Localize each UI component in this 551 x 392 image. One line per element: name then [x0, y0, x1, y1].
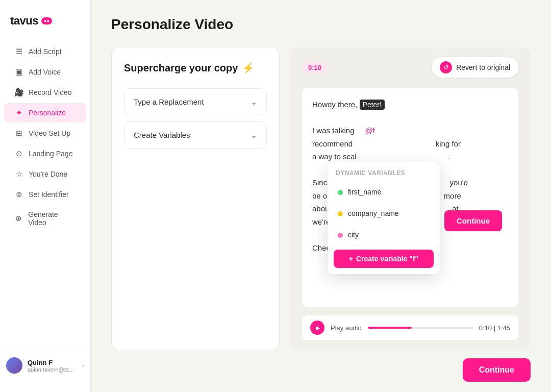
sidebar-item-set-identifier[interactable]: ⊚ Set Identifier — [4, 185, 86, 204]
sidebar-item-label: Add Script — [29, 47, 62, 56]
dropdown-item-city[interactable]: city — [334, 225, 434, 246]
sidebar-item-label: Landing Page — [29, 150, 72, 158]
audio-progress-fill — [368, 327, 412, 329]
script-line-4: a way to scal . — [312, 150, 508, 163]
sidebar-item-label: Video Set Up — [29, 129, 70, 137]
landing-icon: ⊙ — [14, 149, 23, 158]
user-email: quinn.tavern@tavus.io — [28, 366, 77, 373]
revert-button[interactable]: ↺ Revert to original — [432, 57, 518, 78]
bottom-continue-button[interactable]: Continue — [463, 358, 531, 382]
time-badge: 0:10 — [302, 62, 328, 74]
dot-yellow-icon — [338, 211, 343, 216]
sidebar-item-add-script[interactable]: ☰ Add Script — [4, 42, 86, 61]
time-separator: | — [494, 324, 497, 332]
left-panel: Supercharge your copy ⚡ Type a Replaceme… — [111, 47, 280, 350]
sidebar-item-label: Personalize — [29, 109, 66, 117]
script-line-1: Howdy there, Peter! — [312, 98, 508, 111]
accordion-label: Type a Replacement — [134, 97, 204, 106]
audio-time: 0:10 | 1:45 — [479, 324, 510, 332]
user-info: Quinn F quinn.tavern@tavus.io — [28, 359, 77, 373]
sidebar-item-youre-done[interactable]: ☆ You're Done — [4, 164, 86, 184]
accordion-label: Create Variables — [134, 131, 190, 139]
video-icon: 🎥 — [14, 88, 23, 97]
play-button[interactable]: ▶ — [310, 321, 324, 335]
generate-icon: ⊛ — [14, 214, 23, 223]
right-panel: 0:10 ↺ Revert to original Howdy there, P… — [290, 47, 531, 350]
sidebar-item-label: Add Voice — [29, 68, 61, 76]
accordion-header-create-variables[interactable]: Create Variables ⌄ — [124, 122, 266, 148]
chevron-down-icon: ⌄ — [251, 97, 257, 107]
script-line-3: recommend king for — [312, 137, 508, 151]
variable-label: first_name — [348, 186, 381, 199]
sidebar-item-label: You're Done — [29, 170, 67, 178]
sidebar-item-personalize[interactable]: ✦ Personalize — [4, 103, 86, 122]
play-icon: ▶ — [316, 325, 320, 331]
user-profile[interactable]: Quinn F quinn.tavern@tavus.io › — [0, 349, 90, 382]
star-icon: ☆ — [14, 169, 23, 179]
sidebar: tavus ●● ☰ Add Script ▣ Add Voice 🎥 Reco… — [0, 0, 91, 392]
plus-icon: + — [349, 255, 353, 263]
sidebar-item-label: Record Video — [29, 88, 72, 96]
sidebar-nav: ☰ Add Script ▣ Add Voice 🎥 Record Video … — [0, 42, 90, 349]
heading-text: Supercharge your copy — [124, 62, 238, 74]
grid-icon: ⊞ — [14, 129, 23, 138]
logo: tavus ●● — [0, 10, 90, 42]
highlighted-name: Peter! — [360, 100, 385, 110]
variable-label: city — [348, 229, 359, 241]
total-time: 1:45 — [497, 324, 510, 332]
variable-label: company_name — [348, 208, 399, 220]
page-title: Personalize Video — [111, 16, 531, 33]
dynamic-variables-dropdown: Dynamic Variables first_name company_nam… — [328, 162, 440, 274]
accordion-create-variables[interactable]: Create Variables ⌄ — [124, 121, 267, 149]
user-name: Quinn F — [28, 359, 77, 366]
audio-player: ▶ Play audio 0:10 | 1:45 — [302, 315, 518, 340]
revert-icon: ↺ — [440, 61, 452, 74]
sparkle-icon: ✦ — [14, 108, 23, 117]
panel-heading: Supercharge your copy ⚡ — [124, 62, 267, 74]
sidebar-item-landing-page[interactable]: ⊙ Landing Page — [4, 144, 86, 163]
bottom-bar: Continue — [111, 350, 531, 382]
audio-progress-bar[interactable] — [368, 327, 473, 329]
current-time: 0:10 — [479, 324, 492, 332]
dot-pink-icon — [338, 233, 343, 238]
sidebar-item-add-voice[interactable]: ▣ Add Voice — [4, 62, 86, 82]
dropdown-item-first-name[interactable]: first_name — [334, 182, 434, 203]
script-area: Howdy there, Peter! I was talking @f rec… — [302, 88, 518, 307]
logo-text: tavus — [10, 14, 38, 28]
dropdown-item-company-name[interactable]: company_name — [334, 204, 434, 224]
chevron-right-icon: › — [82, 362, 84, 369]
logo-badge: ●● — [41, 17, 52, 24]
accordion-header-type-replacement[interactable]: Type a Replacement ⌄ — [124, 89, 266, 115]
revert-label: Revert to original — [456, 63, 510, 71]
sidebar-item-generate-video[interactable]: ⊛ Generate Video — [4, 205, 86, 232]
main-content: Personalize Video Supercharge your copy … — [91, 0, 551, 392]
script-line-2: I was talking @f — [312, 124, 508, 137]
play-label: Play audio — [331, 324, 362, 332]
sidebar-item-video-setup[interactable]: ⊞ Video Set Up — [4, 124, 86, 143]
create-variable-button[interactable]: + Create variable "f" — [334, 250, 434, 268]
lightning-icon: ⚡ — [242, 62, 255, 74]
avatar — [6, 357, 22, 374]
sidebar-item-label: Set Identifier — [29, 190, 69, 199]
sidebar-item-record-video[interactable]: 🎥 Record Video — [4, 83, 86, 102]
menu-icon: ☰ — [14, 47, 23, 56]
video-header: 0:10 ↺ Revert to original — [302, 57, 518, 78]
sidebar-item-label: Generate Video — [28, 210, 76, 227]
dropdown-title: Dynamic Variables — [334, 168, 434, 178]
accordion-type-replacement[interactable]: Type a Replacement ⌄ — [124, 88, 267, 115]
dot-green-icon — [338, 190, 343, 195]
at-trigger: @f — [365, 126, 374, 135]
chevron-down-icon: ⌄ — [251, 130, 257, 140]
create-variable-label: Create variable "f" — [356, 255, 418, 263]
continue-overlay-button[interactable]: Continue — [444, 210, 502, 231]
identifier-icon: ⊚ — [14, 190, 23, 199]
monitor-icon: ▣ — [14, 67, 23, 77]
content-row: Supercharge your copy ⚡ Type a Replaceme… — [111, 47, 531, 350]
